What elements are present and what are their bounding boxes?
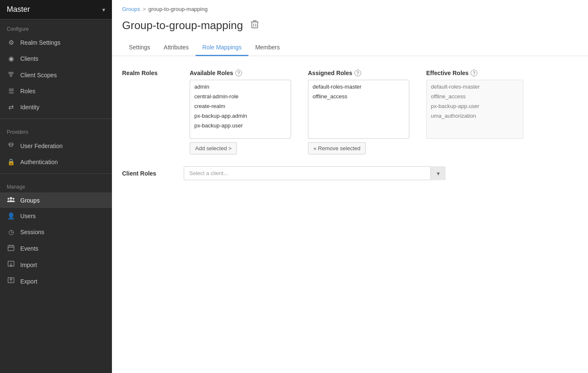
svg-point-2 — [10, 75, 12, 76]
tab-attributes[interactable]: Attributes — [157, 40, 196, 56]
sidebar-item-label: Sessions — [20, 229, 44, 235]
list-item[interactable]: create-realm — [190, 101, 291, 111]
sidebar-item-events[interactable]: Events — [0, 240, 112, 257]
groups-icon — [7, 197, 15, 204]
svg-point-1 — [11, 72, 13, 74]
sidebar-item-groups[interactable]: Groups — [0, 192, 112, 208]
sidebar-item-user-federation[interactable]: User Federation — [0, 138, 112, 154]
list-item[interactable]: px-backup-app.user — [190, 121, 291, 130]
list-item: offline_access — [427, 92, 523, 101]
chevron-down-icon: ▾ — [102, 6, 105, 13]
sidebar-item-label: Groups — [20, 197, 40, 204]
sidebar-item-label: User Federation — [20, 143, 63, 149]
svg-point-5 — [8, 198, 9, 200]
list-item: uma_authorization — [427, 111, 523, 121]
list-item: px-backup-app.user — [427, 101, 523, 111]
list-item[interactable]: admin — [190, 82, 291, 92]
sidebar-item-clients[interactable]: ◉ Clients — [0, 51, 112, 67]
sidebar-item-authentication[interactable]: 🔒 Authentication — [0, 154, 112, 170]
events-icon — [7, 244, 15, 252]
breadcrumb-current: group-to-group-mapping — [148, 6, 207, 12]
identity-icon: ⇄ — [7, 103, 15, 111]
effective-roles-help-icon[interactable]: ? — [471, 70, 477, 76]
client-roles-label: Client Roles — [122, 170, 177, 177]
authentication-icon: 🔒 — [7, 158, 15, 166]
sidebar-item-export[interactable]: Export — [0, 273, 112, 289]
sidebar-item-label: Events — [20, 245, 38, 252]
main-content: Groups > group-to-group-mapping Group-to… — [112, 0, 588, 373]
divider — [0, 173, 112, 174]
add-selected-button[interactable]: Add selected > — [190, 142, 237, 154]
manage-section-label: Manage — [0, 177, 112, 192]
assigned-roles-header: Assigned Roles ? — [308, 66, 409, 80]
master-dropdown[interactable]: Master ▾ — [0, 0, 112, 19]
tabs: Settings Attributes Role Mappings Member… — [112, 40, 588, 56]
list-item: default-roles-master — [427, 82, 523, 92]
sidebar-item-identity[interactable]: ⇄ Identity — [0, 99, 112, 115]
master-label: Master — [7, 5, 30, 14]
breadcrumb-separator: > — [143, 6, 146, 12]
available-roles-help-icon[interactable]: ? — [235, 70, 242, 76]
available-roles-listbox[interactable]: admin central-admin-role create-realm px… — [190, 80, 291, 139]
page-header: Group-to-group-mapping — [112, 15, 588, 40]
sessions-icon: ◷ — [7, 228, 15, 236]
sidebar-item-sessions[interactable]: ◷ Sessions — [0, 224, 112, 240]
sidebar-item-roles[interactable]: ☰ Roles — [0, 83, 112, 99]
export-icon — [7, 277, 15, 285]
list-item[interactable]: central-admin-role — [190, 92, 291, 101]
sidebar-item-import[interactable]: Import — [0, 257, 112, 273]
remove-selected-button[interactable]: « Remove selected — [308, 142, 366, 154]
sidebar-item-label: Realm Settings — [20, 39, 60, 46]
client-select-wrapper: Select a client... ▾ — [184, 166, 446, 180]
realm-roles-label: Realm Roles — [122, 66, 190, 76]
sidebar-item-users[interactable]: 👤 Users — [0, 208, 112, 224]
sidebar-item-label: Authentication — [20, 159, 58, 165]
svg-point-3 — [9, 143, 13, 145]
sidebar-item-label: Import — [20, 262, 37, 268]
effective-roles-listbox: default-roles-master offline_access px-b… — [426, 80, 523, 139]
tab-settings[interactable]: Settings — [122, 40, 157, 56]
providers-section-label: Providers — [0, 122, 112, 138]
available-roles-header: Available Roles ? — [190, 66, 291, 80]
sidebar: Master ▾ Configure ⚙ Realm Settings ◉ Cl… — [0, 0, 112, 373]
tab-role-mappings[interactable]: Role Mappings — [196, 40, 248, 56]
list-item[interactable]: offline_access — [308, 92, 409, 101]
client-roles-row: Client Roles Select a client... ▾ — [122, 166, 578, 180]
users-icon: 👤 — [7, 212, 15, 220]
sidebar-item-label: Roles — [20, 88, 35, 95]
sidebar-item-label: Clients — [20, 55, 38, 62]
roles-icon: ☰ — [7, 87, 15, 95]
import-icon — [7, 261, 15, 269]
sidebar-item-client-scopes[interactable]: Client Scopes — [0, 67, 112, 83]
breadcrumb-groups-link[interactable]: Groups — [122, 6, 140, 12]
configure-section-label: Configure — [0, 19, 112, 35]
sidebar-item-label: Identity — [20, 104, 39, 111]
page-title: Group-to-group-mapping — [122, 19, 243, 32]
assigned-roles-listbox[interactable]: default-roles-master offline_access — [308, 80, 409, 139]
divider — [0, 119, 112, 119]
realm-settings-icon: ⚙ — [7, 39, 15, 46]
clients-icon: ◉ — [7, 55, 15, 62]
svg-point-4 — [10, 197, 12, 200]
svg-rect-7 — [8, 246, 14, 251]
tab-members[interactable]: Members — [248, 40, 286, 56]
client-select[interactable]: Select a client... — [184, 166, 446, 180]
sidebar-item-label: Export — [20, 278, 37, 285]
svg-point-0 — [9, 72, 11, 74]
sidebar-item-realm-settings[interactable]: ⚙ Realm Settings — [0, 35, 112, 51]
effective-roles-header: Effective Roles ? — [426, 66, 523, 80]
svg-rect-15 — [252, 22, 258, 28]
client-scopes-icon — [7, 71, 15, 79]
assigned-roles-help-icon[interactable]: ? — [354, 70, 361, 76]
role-mappings-section: Realm Roles Available Roles ? admin cent… — [112, 66, 588, 180]
list-item[interactable]: px-backup-app.admin — [190, 111, 291, 121]
sidebar-item-label: Client Scopes — [20, 72, 57, 78]
svg-point-6 — [13, 198, 14, 200]
breadcrumb: Groups > group-to-group-mapping — [112, 0, 588, 15]
sidebar-item-label: Users — [20, 213, 36, 219]
user-federation-icon — [7, 142, 15, 150]
delete-button[interactable] — [249, 18, 261, 33]
list-item[interactable]: default-roles-master — [308, 82, 409, 92]
